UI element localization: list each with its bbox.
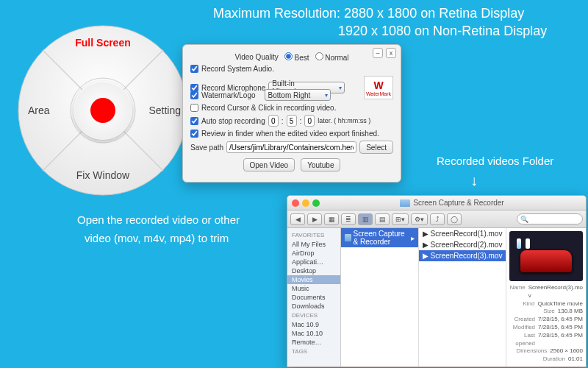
autostop-seconds[interactable] — [304, 115, 315, 127]
view-cover-button[interactable]: ▤ — [375, 213, 390, 225]
video-quality-label: Video Quality — [234, 53, 278, 61]
savepath-input[interactable] — [226, 141, 356, 153]
file-1[interactable]: ▶ ScreenRecord(1).mov — [419, 228, 506, 239]
chk-cursor[interactable] — [190, 104, 198, 112]
lbl-watermark: Watermark/Logo — [201, 91, 256, 99]
arrow-down-icon: ↓ — [470, 172, 478, 189]
lbl-savepath: Save path — [190, 144, 223, 152]
traffic-minimize[interactable] — [302, 199, 309, 207]
file-metadata: NameScreenRecord(3).mo v KindQuickTime m… — [509, 284, 583, 364]
nav-back-button[interactable]: ◀ — [290, 213, 305, 225]
sb-airdrop[interactable]: AirDrop — [287, 249, 340, 258]
sb-music[interactable]: Music — [287, 284, 340, 293]
chk-autostop[interactable] — [190, 117, 198, 125]
close-button[interactable]: x — [386, 48, 396, 58]
headline-resolution-2: 1920 x 1080 on Non-Retina Display — [338, 24, 547, 39]
finder-sidebar: FAVORITES All My Files AirDrop Applicati… — [287, 228, 341, 367]
sb-movies[interactable]: Movies — [287, 275, 340, 284]
traffic-zoom[interactable] — [312, 199, 320, 207]
settings-panel: – x Video Quality Best Normal Record Sys… — [182, 44, 401, 183]
lbl-autostop-suffix: later. ( hh:mm:ss ) — [318, 117, 370, 124]
sb-documents[interactable]: Documents — [287, 293, 340, 302]
lbl-cursor: Record Cursor & Click in recording video… — [201, 104, 336, 112]
view-icons-button[interactable]: ▦ — [324, 213, 339, 225]
lbl-autostop: Auto stop recording — [201, 117, 265, 125]
finder-preview: NameScreenRecord(3).mo v KindQuickTime m… — [506, 228, 586, 367]
sb-downloads[interactable]: Downloads — [287, 302, 340, 311]
chk-watermark[interactable] — [190, 91, 198, 99]
traffic-close[interactable] — [292, 199, 299, 207]
explain-open-video-2: video (mov, m4v, mp4) to trim — [85, 232, 229, 244]
finder-titlebar: Screen Capture & Recorder — [287, 196, 586, 210]
view-list-button[interactable]: ≣ — [341, 213, 356, 225]
quality-best[interactable]: Best — [284, 52, 309, 62]
finder-window: Screen Capture & Recorder ◀ ▶ ▦ ≣ ▥ ▤ ⊞▾… — [287, 195, 587, 367]
lbl-review: Review in finder when the edited video e… — [201, 130, 379, 138]
tags-button[interactable]: ◯ — [447, 213, 462, 225]
folder-icon — [400, 199, 410, 207]
explain-open-video-1: Open the recorded video or other — [77, 213, 240, 226]
record-button[interactable] — [74, 81, 132, 140]
watermark-position-select[interactable]: Bottom Right — [265, 89, 331, 101]
sb-remote[interactable]: Remote… — [287, 338, 340, 347]
minimize-button[interactable]: – — [373, 48, 383, 58]
sb-mac1010[interactable]: Mac 10.10 — [287, 329, 340, 338]
select-path-button[interactable]: Select — [359, 141, 393, 154]
file-2[interactable]: ▶ ScreenRecord(2).mov — [419, 239, 506, 250]
arrange-button[interactable]: ⊞▾ — [392, 213, 409, 225]
record-icon — [90, 98, 115, 123]
video-thumbnail — [509, 231, 583, 281]
view-columns-button[interactable]: ▥ — [358, 213, 373, 225]
watermark-preview: W WaterMark — [364, 76, 393, 99]
radial-menu: Full Screen Setting Fix Window Area — [15, 22, 191, 199]
sb-header-dev: DEVICES — [287, 311, 340, 320]
finder-toolbar: ◀ ▶ ▦ ≣ ▥ ▤ ⊞▾ ⚙▾ ⤴ ◯ 🔍 — [287, 210, 586, 228]
finder-search[interactable]: 🔍 — [517, 213, 583, 224]
youtube-button[interactable]: Youtube — [301, 158, 340, 171]
sb-header-fav: FAVORITES — [287, 230, 340, 240]
sb-desktop[interactable]: Desktop — [287, 266, 340, 275]
autostop-hours[interactable] — [268, 115, 279, 127]
chk-system-audio[interactable] — [190, 65, 198, 73]
folder-icon — [345, 234, 351, 241]
finder-title-text: Screen Capture & Recorder — [413, 199, 503, 207]
file-3[interactable]: ▶ ScreenRecord(3).mov — [419, 250, 506, 261]
action-button[interactable]: ⚙▾ — [411, 213, 428, 225]
nav-fwd-button[interactable]: ▶ — [307, 213, 322, 225]
open-video-button[interactable]: Open Video — [243, 158, 295, 171]
finder-column-1: Screen Capture & Recorder▸ — [341, 228, 419, 367]
lbl-system-audio: Record System Audio. — [201, 65, 274, 73]
share-button[interactable]: ⤴ — [430, 213, 445, 225]
sb-applications[interactable]: Applicati… — [287, 258, 340, 266]
autostop-minutes[interactable] — [287, 115, 297, 127]
headline-resolution-1: Maximum Resolution: 2880 x 1800 on Retin… — [213, 6, 524, 21]
quality-normal[interactable]: Normal — [315, 52, 349, 62]
search-icon: 🔍 — [520, 216, 528, 223]
sb-header-tags: TAGS — [287, 347, 340, 356]
folder-screen-capture[interactable]: Screen Capture & Recorder▸ — [341, 228, 418, 247]
sb-mac109[interactable]: Mac 10.9 — [287, 320, 340, 329]
sb-all-my-files[interactable]: All My Files — [287, 240, 340, 249]
chk-review[interactable] — [190, 130, 198, 138]
finder-column-2: ▶ ScreenRecord(1).mov ▶ ScreenRecord(2).… — [419, 228, 507, 367]
explain-folder: Recorded videos Folder — [437, 155, 553, 167]
